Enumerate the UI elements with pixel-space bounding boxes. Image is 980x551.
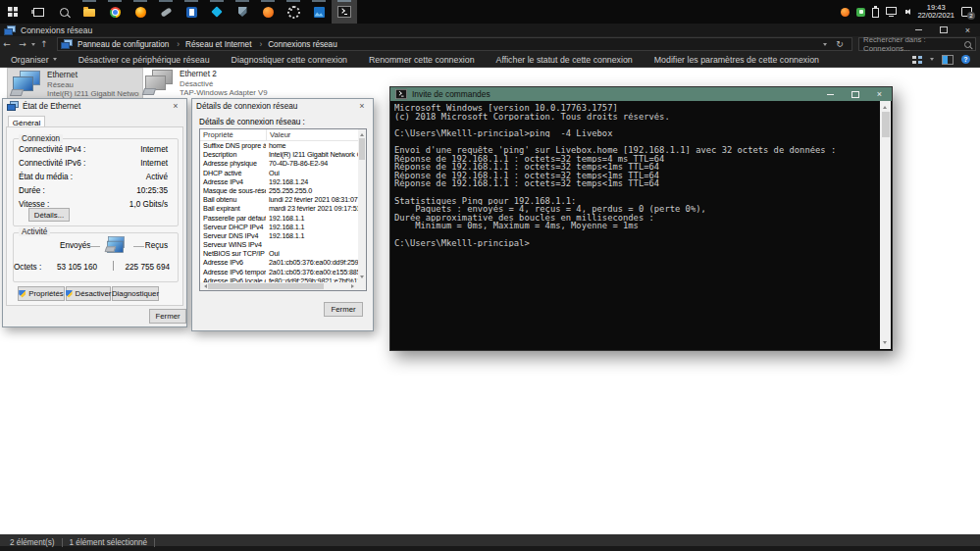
breadcrumb-control-panel[interactable]: Panneau de configuration xyxy=(75,40,172,49)
address-bar[interactable]: Panneau de configuration Réseau et Inter… xyxy=(57,37,852,51)
explorer-statusbar: 2 élément(s) 1 élément sélectionné xyxy=(0,534,980,551)
tile-text: Ethernet 2 Désactivé TAP-Windows Adapter… xyxy=(180,70,268,98)
tile-device: TAP-Windows Adapter V9 xyxy=(180,88,268,98)
cmd-scrollbar[interactable] xyxy=(880,101,891,349)
terminal-line: Envoi d'une requête 'ping' sur Livebox.h… xyxy=(394,146,880,155)
tray-clock[interactable]: 19:43 22/02/2021 xyxy=(917,4,954,21)
scroll-up-icon[interactable] xyxy=(883,104,887,109)
organize-label: Organiser xyxy=(11,55,49,65)
usb-icon[interactable] xyxy=(872,8,879,18)
taskbar-search-button[interactable] xyxy=(51,0,77,24)
search-input[interactable]: Rechercher dans : Connexions... xyxy=(858,37,976,51)
ethernet-dialog-icon xyxy=(7,101,19,111)
up-button[interactable]: ↑ xyxy=(37,39,51,49)
vertical-scrollbar[interactable] xyxy=(358,129,366,282)
location-icon xyxy=(61,39,73,49)
start-button[interactable] xyxy=(0,0,26,24)
tray-app-icon[interactable] xyxy=(856,8,865,17)
table-row: Serveur WINS IPv4 xyxy=(200,240,358,249)
change-settings-command[interactable]: Modifier les paramètres de cette connexi… xyxy=(644,55,830,65)
scroll-thumb[interactable] xyxy=(359,138,365,160)
scroll-down-icon[interactable] xyxy=(883,341,887,346)
rename-command[interactable]: Renommer cette connexion xyxy=(358,55,486,65)
taskbar-chrome[interactable] xyxy=(102,0,128,24)
scroll-thumb[interactable] xyxy=(882,112,890,137)
cmd-window-controls: × xyxy=(818,87,892,101)
breadcrumb-network-internet[interactable]: Réseau et Internet xyxy=(174,40,254,49)
status-row: Connectivité IPv6 : Internet xyxy=(19,159,168,169)
scroll-left-icon[interactable] xyxy=(202,284,207,288)
close-details-button[interactable]: Fermer xyxy=(324,302,363,317)
row-label: Connectivité IPv4 : xyxy=(19,145,85,155)
breadcrumb-network-connections[interactable]: Connexions réseau xyxy=(256,40,339,49)
close-dialog-button[interactable]: Fermer xyxy=(149,309,186,324)
organize-dropdown-icon xyxy=(53,58,57,61)
action-center-icon[interactable]: 2 xyxy=(961,7,972,17)
disable-button[interactable]: Désactiver xyxy=(66,286,111,301)
scroll-up-icon[interactable] xyxy=(360,131,364,136)
taskbar-avast[interactable] xyxy=(255,0,281,24)
back-button[interactable]: ← xyxy=(0,39,14,49)
view-status-command[interactable]: Afficher le statut de cette connexion xyxy=(486,55,644,65)
command-prompt-window: Invite de commandes × Microsoft Windows … xyxy=(389,86,893,351)
minimize-button[interactable] xyxy=(818,87,843,101)
preview-pane-icon[interactable] xyxy=(942,55,954,65)
scroll-right-icon[interactable] xyxy=(351,284,356,288)
kodi-icon xyxy=(211,6,222,17)
properties-button[interactable]: Propriétés xyxy=(18,286,65,301)
photos-icon xyxy=(314,7,325,18)
taskbar-photos[interactable] xyxy=(306,0,332,24)
details-list[interactable]: Propriété Valeur Suffixe DNS propre à la… xyxy=(199,128,367,291)
search-icon xyxy=(964,41,971,48)
scroll-down-icon[interactable] xyxy=(360,276,364,280)
maximize-button[interactable] xyxy=(843,87,867,101)
details-button[interactable]: Détails... xyxy=(28,208,70,222)
taskbar-writer[interactable] xyxy=(179,0,204,24)
maximize-icon xyxy=(851,91,859,98)
taskbar-firefox[interactable] xyxy=(128,0,153,24)
dialog-titlebar[interactable]: État de Ethernet × xyxy=(3,99,186,113)
gear-icon xyxy=(287,6,300,19)
address-dropdown-icon[interactable] xyxy=(823,43,827,46)
column-value[interactable]: Valeur xyxy=(267,129,358,140)
task-view-button[interactable] xyxy=(26,0,51,24)
explorer-titlebar[interactable]: Connexions réseau × xyxy=(0,24,980,36)
taskbar-settings[interactable] xyxy=(281,0,306,24)
close-button[interactable]: × xyxy=(867,87,892,101)
connection-tile-ethernet2[interactable]: Ethernet 2 Désactivé TAP-Windows Adapter… xyxy=(140,68,284,101)
refresh-button[interactable]: ↻ xyxy=(833,39,847,49)
view-dropdown-icon[interactable] xyxy=(930,58,934,61)
table-row: NetBIOS sur TCP/IP act...Oui xyxy=(200,249,358,258)
table-row: Bail expirantmardi 23 février 2021 09:17… xyxy=(200,204,358,213)
taskbar-file-explorer[interactable] xyxy=(77,0,102,24)
history-dropdown-icon[interactable] xyxy=(31,43,35,46)
help-icon[interactable]: ? xyxy=(961,55,970,64)
disable-device-command[interactable]: Désactiver ce périphérique réseau xyxy=(68,55,221,65)
table-row: DescriptionIntel(R) I211 Gigabit Network… xyxy=(200,150,358,159)
organize-button[interactable]: Organiser xyxy=(0,55,68,65)
dialog-titlebar[interactable]: Détails de connexion réseau × xyxy=(192,99,373,113)
scroll-thumb[interactable] xyxy=(208,283,324,289)
cmd-titlebar[interactable]: Invite de commandes × xyxy=(390,87,892,101)
forward-button[interactable]: → xyxy=(16,39,29,49)
close-icon[interactable]: × xyxy=(169,101,182,111)
diagnose-button[interactable]: Diagnostiquer xyxy=(112,286,159,301)
close-icon[interactable]: × xyxy=(355,101,369,111)
taskbar-command-prompt[interactable] xyxy=(332,0,357,24)
terminal-line: Réponse de 192.168.1.1 : octets=32 temps… xyxy=(394,179,880,188)
diagnose-command[interactable]: Diagnostiquer cette connexion xyxy=(221,55,358,65)
tray-avast-icon[interactable] xyxy=(841,8,850,17)
taskbar-kodi[interactable] xyxy=(204,0,230,24)
terminal-output[interactable]: Microsoft Windows [version 10.0.17763.17… xyxy=(391,101,880,349)
details-caption: Détails de connexion réseau : xyxy=(199,118,305,126)
volume-icon[interactable] xyxy=(903,9,910,15)
selected-count: 1 élément sélectionné xyxy=(70,538,148,547)
column-property[interactable]: Propriété xyxy=(200,129,267,140)
taskbar-utility[interactable] xyxy=(153,0,179,24)
view-options-icon[interactable] xyxy=(912,56,922,64)
activity-group-label: Activité xyxy=(19,227,50,236)
taskbar-security[interactable] xyxy=(230,0,255,24)
display-icon[interactable] xyxy=(886,7,897,15)
horizontal-scrollbar[interactable] xyxy=(200,282,358,290)
uac-shield-icon xyxy=(66,290,73,298)
